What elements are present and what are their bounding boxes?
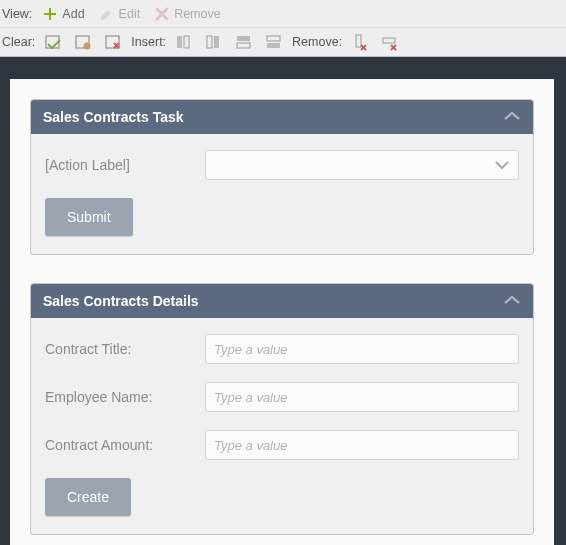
clear-icon-3[interactable] xyxy=(101,30,125,54)
chevron-up-icon[interactable] xyxy=(503,108,521,126)
contract-title-label: Contract Title: xyxy=(45,341,205,357)
edit-label: Edit xyxy=(119,7,141,21)
svg-point-2 xyxy=(84,43,91,50)
svg-rect-11 xyxy=(267,43,280,48)
employee-name-input[interactable] xyxy=(205,382,519,412)
remove-col-icon[interactable] xyxy=(348,30,372,54)
action-row: [Action Label] xyxy=(45,150,519,180)
contract-amount-input[interactable] xyxy=(205,430,519,460)
dark-spacer xyxy=(0,57,566,79)
toolbar: View: Add Edit Remove Clear: xyxy=(0,0,566,57)
svg-rect-4 xyxy=(177,36,182,48)
svg-rect-12 xyxy=(356,35,361,47)
create-button[interactable]: Create xyxy=(45,478,131,516)
action-label: [Action Label] xyxy=(45,157,205,173)
toolbar-row-view: View: Add Edit Remove xyxy=(0,0,566,28)
contract-title-row: Contract Title: xyxy=(45,334,519,364)
svg-rect-13 xyxy=(383,38,395,43)
contract-amount-label: Contract Amount: xyxy=(45,437,205,453)
clear-label: Clear: xyxy=(2,35,35,49)
remove-group-label: Remove: xyxy=(292,35,342,49)
contract-amount-row: Contract Amount: xyxy=(45,430,519,460)
task-panel-body: [Action Label] Submit xyxy=(31,134,533,254)
details-panel-body: Contract Title: Employee Name: Contract … xyxy=(31,318,533,534)
add-button[interactable]: Add xyxy=(38,4,88,24)
insert-row-above-icon[interactable] xyxy=(232,30,256,54)
details-panel-title: Sales Contracts Details xyxy=(43,293,199,309)
add-label: Add xyxy=(62,7,84,21)
employee-name-label: Employee Name: xyxy=(45,389,205,405)
chevron-up-icon[interactable] xyxy=(503,292,521,310)
clear-icon-2[interactable] xyxy=(71,30,95,54)
employee-name-row: Employee Name: xyxy=(45,382,519,412)
contract-title-input[interactable] xyxy=(205,334,519,364)
plus-icon xyxy=(42,6,58,22)
remove-label: Remove xyxy=(174,7,221,21)
pencil-icon xyxy=(99,6,115,22)
view-label: View: xyxy=(2,7,32,21)
svg-rect-10 xyxy=(267,36,280,41)
insert-col-right-icon[interactable] xyxy=(202,30,226,54)
svg-rect-6 xyxy=(207,36,212,48)
svg-rect-8 xyxy=(237,36,250,41)
sales-contracts-details-panel: Sales Contracts Details Contract Title: … xyxy=(30,283,534,535)
task-panel-header[interactable]: Sales Contracts Task xyxy=(31,100,533,134)
task-panel-title: Sales Contracts Task xyxy=(43,109,184,125)
submit-button[interactable]: Submit xyxy=(45,198,133,236)
edit-button[interactable]: Edit xyxy=(95,4,145,24)
svg-rect-5 xyxy=(184,36,189,48)
remove-row-icon[interactable] xyxy=(378,30,402,54)
remove-button[interactable]: Remove xyxy=(150,4,225,24)
action-select[interactable] xyxy=(205,150,519,180)
insert-label: Insert: xyxy=(131,35,166,49)
insert-col-left-icon[interactable] xyxy=(172,30,196,54)
toolbar-row-clear: Clear: Insert: Remove: xyxy=(0,28,566,56)
details-panel-header[interactable]: Sales Contracts Details xyxy=(31,284,533,318)
chevron-down-icon xyxy=(494,158,510,173)
clear-icon-1[interactable] xyxy=(41,30,65,54)
sales-contracts-task-panel: Sales Contracts Task [Action Label] Subm… xyxy=(30,99,534,255)
x-icon xyxy=(154,6,170,22)
insert-row-below-icon[interactable] xyxy=(262,30,286,54)
page-card: Sales Contracts Task [Action Label] Subm… xyxy=(10,79,554,545)
svg-rect-7 xyxy=(214,36,219,48)
svg-rect-9 xyxy=(237,43,250,48)
